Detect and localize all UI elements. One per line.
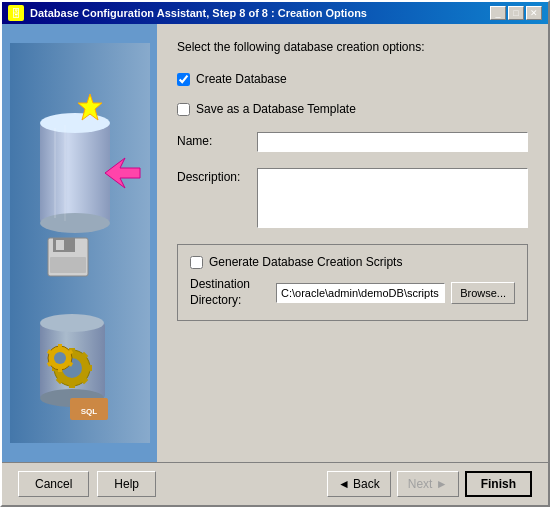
close-button[interactable]: ✕	[526, 6, 542, 20]
title-bar-left: 🗄 Database Configuration Assistant, Step…	[8, 5, 367, 21]
svg-text:SQL: SQL	[80, 407, 97, 416]
destination-input[interactable]	[276, 283, 445, 303]
scripts-section: Generate Database Creation Scripts Desti…	[177, 244, 528, 321]
svg-rect-21	[69, 380, 75, 388]
save-template-row: Save as a Database Template	[177, 102, 528, 116]
footer-right-buttons: ◄ Back Next ► Finish	[327, 471, 532, 497]
description-row: Description:	[177, 168, 528, 228]
svg-rect-11	[50, 257, 86, 273]
svg-point-28	[54, 352, 66, 364]
description-label: Description:	[177, 168, 257, 184]
svg-rect-32	[58, 366, 62, 372]
footer: Cancel Help ◄ Back Next ► Finish	[2, 462, 548, 505]
svg-point-13	[40, 314, 104, 332]
window-title: Database Configuration Assistant, Step 8…	[30, 7, 367, 19]
svg-point-2	[40, 113, 110, 133]
create-database-label: Create Database	[196, 72, 287, 86]
finish-button[interactable]: Finish	[465, 471, 532, 497]
name-label: Name:	[177, 132, 257, 148]
footer-left-buttons: Cancel Help	[18, 471, 156, 497]
illustration-svg: SQL	[10, 24, 150, 462]
save-template-label: Save as a Database Template	[196, 102, 356, 116]
save-template-checkbox[interactable]	[177, 103, 190, 116]
help-button[interactable]: Help	[97, 471, 156, 497]
next-button[interactable]: Next ►	[397, 471, 459, 497]
create-database-row: Create Database	[177, 72, 528, 86]
svg-point-3	[40, 213, 110, 233]
generate-scripts-label: Generate Database Creation Scripts	[209, 255, 402, 269]
content-area: SQL Select the following database creati…	[2, 24, 548, 462]
minimize-button[interactable]: _	[490, 6, 506, 20]
illustration-panel: SQL	[2, 24, 157, 462]
browse-button[interactable]: Browse...	[451, 282, 515, 304]
cancel-button[interactable]: Cancel	[18, 471, 89, 497]
destination-label: Destination Directory:	[190, 277, 270, 308]
back-button[interactable]: ◄ Back	[327, 471, 391, 497]
svg-rect-10	[56, 240, 64, 250]
right-panel: Select the following database creation o…	[157, 24, 548, 462]
svg-rect-29	[58, 344, 62, 350]
svg-rect-1	[40, 123, 110, 223]
create-database-checkbox[interactable]	[177, 73, 190, 86]
maximize-button[interactable]: □	[508, 6, 524, 20]
app-icon: 🗄	[8, 5, 24, 21]
name-row: Name:	[177, 132, 528, 152]
title-bar: 🗄 Database Configuration Assistant, Step…	[2, 2, 548, 24]
main-window: 🗄 Database Configuration Assistant, Step…	[0, 0, 550, 507]
description-textarea[interactable]	[257, 168, 528, 228]
generate-scripts-checkbox[interactable]	[190, 256, 203, 269]
generate-scripts-row: Generate Database Creation Scripts	[190, 255, 515, 269]
section-title: Select the following database creation o…	[177, 40, 528, 54]
destination-row: Destination Directory: Browse...	[190, 277, 515, 308]
title-buttons: _ □ ✕	[490, 6, 542, 20]
svg-rect-19	[84, 365, 92, 371]
name-input[interactable]	[257, 132, 528, 152]
